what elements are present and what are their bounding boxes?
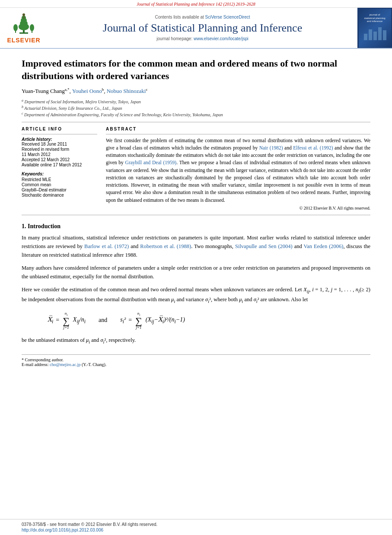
keyword-2: Common mean (22, 182, 97, 187)
intro-para3: Here we consider the estimation of the c… (22, 285, 370, 305)
vaneeden-link[interactable]: Van Eeden (2006) (304, 243, 344, 249)
author-c: Nobuo Shinozaki (107, 88, 146, 95)
affiliation-b: b Actuarial Division, Sony Life Insuranc… (22, 105, 370, 111)
formula-x-bar: X̅i = ni ∑ j=1 Xij/ni (48, 311, 86, 330)
doi-link[interactable]: http://dx.doi.org/10.1016/j.jspi.2012.03… (22, 528, 103, 532)
sciverse-link[interactable]: SciVerse ScienceDirect (205, 15, 250, 19)
abstract-divider (106, 134, 370, 134)
thumbnail-chart-icon (362, 25, 388, 42)
journal-thumbnail-area: journal of statistical planning and infe… (357, 8, 392, 48)
page-footer: 0378-3758/$ - see front matter © 2012 El… (0, 519, 392, 535)
intro-para2: Many authors have considered inference o… (22, 264, 370, 281)
author-a: Yuan-Tsung Chang (22, 88, 65, 95)
keywords-label: Keywords: (22, 172, 97, 176)
sum-2: ni ∑ j=1 (134, 311, 143, 330)
keyword-1: Restricted MLE (22, 177, 97, 182)
journal-title-area: Contents lists available at SciVerse Sci… (48, 8, 357, 48)
elsevier-logo: ELSEVIER (7, 12, 40, 44)
intro-heading: 1. Introduction (22, 223, 370, 230)
sciverse-line: Contents lists available at SciVerse Sci… (155, 15, 250, 19)
copyright-line: © 2012 Elsevier B.V. All rights reserved… (106, 206, 370, 210)
after-formula-text: be the unbiased estimators of μi and σi²… (22, 336, 370, 346)
journal-homepage: journal homepage: www.elsevier.com/locat… (156, 36, 248, 41)
svg-rect-18 (383, 30, 386, 40)
author-abbr: (Y.-T. Chang). (82, 362, 106, 367)
page: Journal of Statistical Planning and Infe… (0, 0, 392, 535)
footnote-email: E-mail address: cho@mejiro.ac.jp (Y.-T. … (22, 362, 370, 367)
elfessi-link[interactable]: Elfessi et al. (1992) (293, 145, 333, 150)
article-title: Improved estimators for the common mean … (22, 57, 370, 82)
svg-point-7 (13, 24, 18, 31)
nair-link[interactable]: Nair (1982) (259, 145, 283, 150)
author-c-sup: c (146, 87, 147, 92)
svg-rect-17 (378, 27, 382, 40)
silvapulle-link[interactable]: Silvapulle and Sen (2004) (235, 243, 293, 249)
author-a-sup: a,* (65, 87, 70, 92)
history-label: Article history: (22, 137, 97, 142)
formula-s-squared: si² = ni ∑ j=1 (Xij−X̅i)²/(ni−1) (120, 311, 185, 330)
affiliation-c: c Department of Administration Engineeri… (22, 111, 370, 117)
diff-formula: (Xij−X̅i)²/(ni−1) (146, 316, 185, 325)
sum-1: ni ∑ j=1 (62, 311, 70, 330)
svg-rect-16 (373, 32, 377, 40)
intro-para1: In many practical situations, statistica… (22, 233, 370, 259)
email-label: E-mail address: (22, 362, 50, 367)
homepage-link[interactable]: www.elsevier.com/locate/jspi (194, 36, 249, 41)
abstract-text: We first consider the problem of estimat… (106, 137, 370, 204)
authors-line: Yuan-Tsung Changa,*, Youhei Oonob, Nobuo… (22, 87, 370, 95)
info-divider (22, 134, 97, 134)
issn-line: 0378-3758/$ - see front matter © 2012 El… (22, 522, 370, 527)
x-bar-symbol: X̅i (48, 316, 53, 325)
email-link[interactable]: cho@mejiro.ac.jp (50, 362, 80, 367)
formula-block: X̅i = ni ∑ j=1 Xij/ni and si² = ni (48, 311, 370, 330)
author-b: Youhei Oono (72, 88, 102, 95)
thumbnail-text: journal of statistical planning and infe… (364, 13, 385, 23)
barlow-link[interactable]: Barlow et al. (1972) (84, 243, 129, 249)
elsevier-wordmark: ELSEVIER (7, 37, 40, 44)
affiliation-a: a Department of Social Information, Meji… (22, 99, 370, 104)
revised-date: 11 March 2012 (22, 152, 97, 157)
and-connector: and (99, 317, 107, 324)
article-info-abstract: ARTICLE INFO Article history: Received 1… (22, 127, 370, 210)
doi-line[interactable]: http://dx.doi.org/10.1016/j.jspi.2012.03… (22, 528, 370, 532)
journal-reference-bar: Journal of Statistical Planning and Infe… (0, 0, 392, 8)
header-divider (22, 122, 370, 122)
author-b-sup: b (102, 87, 104, 92)
keyword-4: Stochastic dominance (22, 193, 97, 197)
svg-point-9 (30, 24, 34, 31)
equals-1: = (56, 317, 59, 324)
svg-rect-1 (19, 32, 28, 34)
footnote-star: * Corresponding author. (22, 357, 370, 362)
elsevier-logo-area: ELSEVIER (0, 8, 48, 48)
journal-header: ELSEVIER Contents lists available at Sci… (0, 8, 392, 49)
xij-ni: Xij/ni (73, 316, 86, 325)
keyword-3: Graybill–Deal estimator (22, 188, 97, 192)
article-content: Improved estimators for the common mean … (0, 49, 392, 519)
section-divider (22, 215, 370, 215)
svg-rect-14 (364, 34, 367, 40)
abstract-col: ABSTRACT We first consider the problem o… (106, 127, 370, 210)
svg-rect-15 (369, 29, 372, 40)
journal-thumbnail: journal of statistical planning and infe… (359, 9, 391, 48)
journal-reference-text: Journal of Statistical Planning and Infe… (137, 2, 255, 6)
equals-2: = (128, 317, 132, 324)
elsevier-tree-icon (11, 12, 37, 36)
online-date: Available online 17 March 2012 (22, 162, 97, 167)
abstract-heading: ABSTRACT (106, 127, 370, 131)
svg-point-10 (22, 13, 25, 16)
accepted-date: Accepted 12 March 2012 (22, 157, 97, 162)
revised-label: Received in revised form (22, 147, 97, 152)
article-info-col: ARTICLE INFO Article history: Received 1… (22, 127, 97, 210)
s2-symbol: si² (120, 316, 126, 325)
robertson-link[interactable]: Robertson et al. (1988) (140, 243, 191, 249)
article-info-heading: ARTICLE INFO (22, 127, 97, 131)
journal-title: Journal of Statistical Planning and Infe… (103, 21, 302, 35)
received-date: Received 18 June 2011 (22, 142, 97, 146)
graybill-link[interactable]: Graybill and Deal (1959) (125, 160, 177, 165)
footnote-area: * Corresponding author. E-mail address: … (22, 354, 370, 367)
